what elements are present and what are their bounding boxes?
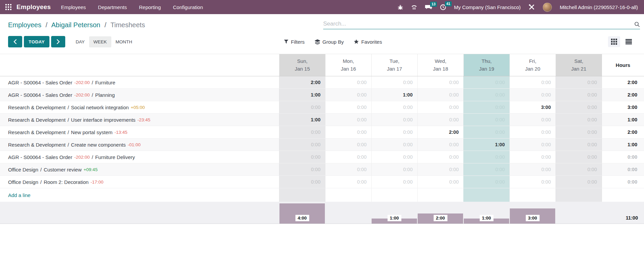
list-view-button[interactable] xyxy=(622,36,635,47)
timesheet-cell[interactable]: 0:00 xyxy=(325,101,371,113)
timesheet-cell[interactable]: 0:00 xyxy=(556,139,602,151)
timesheet-cell[interactable]: 1:00 xyxy=(463,139,509,151)
timesheet-cell[interactable]: 0:00 xyxy=(325,76,371,88)
user-menu[interactable]: Mitchell Admin (22905527-16-0-all) xyxy=(560,4,638,10)
next-week-button[interactable] xyxy=(51,36,65,47)
timesheet-cell[interactable]: 0:00 xyxy=(371,114,417,126)
range-month-button[interactable]: MONTH xyxy=(111,36,137,47)
timesheet-cell[interactable]: 1:00 xyxy=(279,89,325,101)
user-avatar[interactable] xyxy=(543,3,552,12)
timesheet-cell[interactable]: 0:00 xyxy=(417,114,463,126)
timesheet-cell[interactable]: 0:00 xyxy=(371,101,417,113)
group-by-button[interactable]: Group By xyxy=(315,39,344,45)
breadcrumb-employees[interactable]: Employees xyxy=(8,21,41,29)
timesheet-cell[interactable]: 0:00 xyxy=(509,126,556,138)
apps-menu-icon[interactable] xyxy=(5,3,12,11)
favorites-button[interactable]: Favorites xyxy=(354,39,382,45)
grid-view-button[interactable] xyxy=(608,36,620,47)
timesheet-cell[interactable]: 0:00 xyxy=(463,101,509,113)
range-switcher: DAYWEEKMONTH xyxy=(71,36,137,47)
timesheet-cell[interactable]: 0:00 xyxy=(279,126,325,138)
timesheet-cell[interactable]: 0:00 xyxy=(325,139,371,151)
timesheet-cell[interactable]: 0:00 xyxy=(417,139,463,151)
timesheet-cell[interactable]: 0:00 xyxy=(279,163,325,176)
timesheet-cell[interactable]: 0:00 xyxy=(325,114,371,126)
timesheet-cell[interactable]: 0:00 xyxy=(463,114,509,126)
row-task-name: Room 2: Decoration xyxy=(44,179,88,185)
nav-menu-reporting[interactable]: Reporting xyxy=(139,4,161,10)
today-button[interactable]: TODAY xyxy=(24,36,49,47)
timesheet-cell[interactable]: 0:00 xyxy=(509,163,556,176)
timesheet-cell[interactable]: 0:00 xyxy=(463,176,509,188)
timesheet-cell[interactable]: 0:00 xyxy=(556,89,602,101)
timesheet-cell[interactable]: 0:00 xyxy=(417,163,463,176)
nav-menu-employees[interactable]: Employees xyxy=(61,4,86,10)
company-switcher[interactable]: My Company (San Francisco) xyxy=(454,4,521,10)
debug-bug-icon[interactable] xyxy=(397,4,403,10)
timesheet-cell[interactable]: 0:00 xyxy=(556,114,602,126)
range-week-button[interactable]: WEEK xyxy=(89,36,111,47)
timesheet-cell[interactable]: 2:00 xyxy=(279,76,325,88)
timesheet-cell[interactable]: 1:00 xyxy=(371,89,417,101)
timesheet-cell[interactable]: 0:00 xyxy=(463,89,509,101)
timesheet-cell[interactable]: 0:00 xyxy=(279,139,325,151)
filters-button[interactable]: Filters xyxy=(284,39,305,45)
timesheet-cell[interactable]: 0:00 xyxy=(509,114,556,126)
phone-icon[interactable] xyxy=(411,4,417,10)
timesheet-cell[interactable]: 0:00 xyxy=(325,176,371,188)
timesheet-cell[interactable]: 0:00 xyxy=(463,126,509,138)
timesheet-cell[interactable]: 0:00 xyxy=(509,176,556,188)
timesheet-cell[interactable]: 0:00 xyxy=(371,163,417,176)
timesheet-cell[interactable]: 0:00 xyxy=(279,176,325,188)
previous-week-button[interactable] xyxy=(8,36,22,47)
breadcrumb-separator: / xyxy=(43,21,50,29)
day-header-weekday: Mon, xyxy=(343,57,354,65)
timesheet-cell[interactable]: 0:00 xyxy=(509,76,556,88)
search-icon[interactable] xyxy=(634,22,640,27)
timesheet-cell[interactable]: 0:00 xyxy=(325,163,371,176)
messages-icon[interactable]: 13 xyxy=(425,4,432,10)
timesheet-cell[interactable]: 0:00 xyxy=(463,76,509,88)
timesheet-cell[interactable]: 0:00 xyxy=(556,176,602,188)
timesheet-cell[interactable]: 0:00 xyxy=(556,151,602,163)
timesheet-cell[interactable]: 0:00 xyxy=(463,163,509,176)
timesheet-cell[interactable]: 0:00 xyxy=(279,151,325,163)
timesheet-cell[interactable]: 0:00 xyxy=(417,89,463,101)
breadcrumb-abigail-peterson[interactable]: Abigail Peterson xyxy=(51,21,101,29)
timesheet-cell[interactable]: 2:00 xyxy=(417,126,463,138)
range-day-button[interactable]: DAY xyxy=(71,36,89,47)
timesheet-cell[interactable]: 0:00 xyxy=(556,126,602,138)
add-a-line-link[interactable]: Add a line xyxy=(8,192,31,198)
footer-hours-cell: 11:00 xyxy=(602,202,644,224)
nav-menu-departments[interactable]: Departments xyxy=(98,4,127,10)
app-title: Employees xyxy=(16,3,51,11)
timesheet-cell[interactable]: 0:00 xyxy=(371,151,417,163)
timesheet-cell[interactable]: 1:00 xyxy=(279,114,325,126)
activity-clock-icon[interactable]: 41 xyxy=(440,4,446,10)
timesheet-cell[interactable]: 0:00 xyxy=(371,139,417,151)
timesheet-cell[interactable]: 0:00 xyxy=(325,89,371,101)
tools-icon[interactable] xyxy=(528,4,535,10)
nav-menu-configuration[interactable]: Configuration xyxy=(173,4,203,10)
timesheet-cell[interactable]: 0:00 xyxy=(556,163,602,176)
timesheet-cell[interactable]: 0:00 xyxy=(509,151,556,163)
timesheet-cell[interactable]: 0:00 xyxy=(417,176,463,188)
timesheet-cell[interactable]: 0:00 xyxy=(463,151,509,163)
timesheet-cell[interactable]: 0:00 xyxy=(371,126,417,138)
timesheet-cell[interactable]: 0:00 xyxy=(371,176,417,188)
timesheet-cell[interactable]: 0:00 xyxy=(417,101,463,113)
timesheet-cell[interactable]: 0:00 xyxy=(556,101,602,113)
timesheet-cell[interactable]: 0:00 xyxy=(325,126,371,138)
timesheet-cell[interactable]: 0:00 xyxy=(417,76,463,88)
timesheet-cell[interactable]: 0:00 xyxy=(417,151,463,163)
timesheet-cell[interactable]: 3:00 xyxy=(509,101,556,113)
timesheet-cell[interactable]: 0:00 xyxy=(509,139,556,151)
timesheet-cell[interactable]: 0:00 xyxy=(371,76,417,88)
footer-label-spacer xyxy=(0,202,279,224)
row-separator: / xyxy=(92,92,93,98)
timesheet-cell[interactable]: 0:00 xyxy=(279,101,325,113)
search-input[interactable] xyxy=(323,21,634,27)
timesheet-cell[interactable]: 0:00 xyxy=(325,151,371,163)
timesheet-cell[interactable]: 0:00 xyxy=(556,76,602,88)
timesheet-cell[interactable]: 0:00 xyxy=(509,89,556,101)
